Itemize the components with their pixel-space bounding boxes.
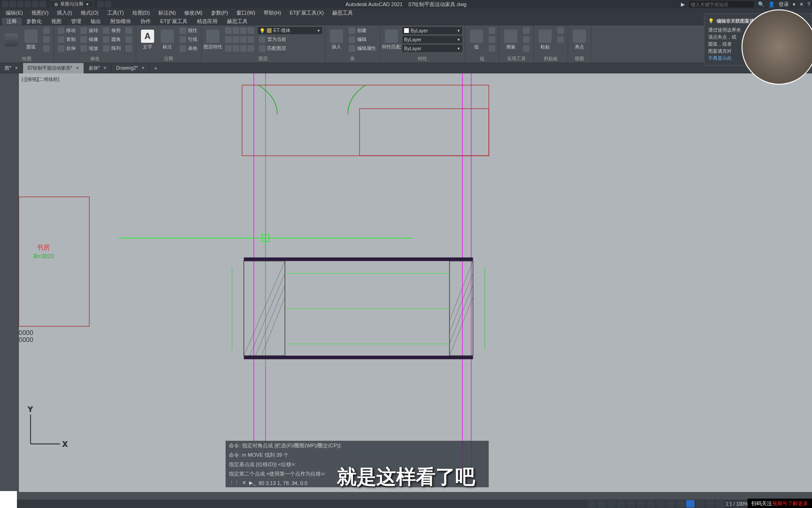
set-current-button[interactable]: 置为当前 [257,35,323,44]
menu-窗口[interactable]: 窗口(W) [233,9,259,16]
calc-button[interactable] [521,26,531,35]
menu-标注[interactable]: 标注(N) [155,9,180,16]
layer-props-button[interactable]: 图层特性 [203,26,222,54]
close-icon[interactable]: × [104,65,107,71]
help-icon[interactable]: ? [807,1,810,7]
anno-icon[interactable] [706,500,714,508]
ribbon-tab-8[interactable]: 精选应用 [192,18,222,25]
ribbon-tab-1[interactable]: 参数化 [22,18,47,25]
move-button[interactable]: 移动 [56,26,78,35]
copy-clip-button[interactable] [555,35,566,44]
menu-赫思工具[interactable]: 赫思工具 [328,9,357,16]
cut-button[interactable] [555,26,566,35]
menu-帮助[interactable]: 帮助(H) [260,9,285,16]
table-button[interactable]: 表格 [178,44,199,53]
layer-d-icon[interactable] [248,45,254,52]
ribbon-tab-5[interactable]: 附加模块 [106,18,136,25]
arc-button[interactable]: 圆弧 [22,26,40,54]
polar-icon[interactable] [627,500,635,508]
layer-b-icon[interactable] [233,45,239,52]
rotate-button[interactable]: 旋转 [78,26,100,35]
menu-编辑[interactable]: 编辑(E) [2,9,27,16]
linetype-dropdown[interactable]: ByLayer▼ [402,44,463,53]
qat-redo-icon[interactable] [39,1,46,8]
drawing-viewport[interactable]: [-][俯视][二维线框] 书房 B=3020 0000 0000 [19,73,812,492]
group-bbox-button[interactable] [487,44,497,53]
leader-button[interactable]: 引线 [178,35,199,44]
group-button[interactable]: 组 [467,26,486,54]
group-edit-button[interactable] [487,35,497,44]
edit-attr-button[interactable]: 编辑属性 [347,44,378,53]
scale-button[interactable]: 缩放 [78,44,100,53]
base-button[interactable]: 基点 [570,26,589,54]
match-layer-button[interactable]: 匹配图层 [257,44,323,53]
cycle-icon[interactable] [686,500,695,508]
linear-button[interactable]: 线性 [178,26,199,35]
explode-button[interactable] [124,35,134,44]
menu-视图[interactable]: 视图(V) [28,9,53,16]
layer-iso-icon[interactable] [225,36,232,43]
model-button[interactable] [587,500,596,508]
layer-lock-icon[interactable] [240,27,247,34]
ribbon-tab-2[interactable]: 视图 [47,18,66,25]
mirror-button[interactable]: 镜像 [78,35,100,44]
layer-freeze-icon[interactable] [233,27,239,34]
ribbon-tab-6[interactable]: 协作 [136,18,156,25]
layer-dropdown[interactable]: 💡 ET-墙体 ▼ [257,26,323,35]
cmd-handle-icon[interactable]: ⋮⋮ [229,480,239,486]
array-button[interactable]: 阵列 [101,44,123,53]
layer-walk-icon[interactable] [240,36,247,43]
file-tab[interactable]: 07绘制平面活动家具*× [23,63,84,73]
match-props-button[interactable]: 特性匹配 [382,26,401,54]
file-tab[interactable]: Drawing2*× [111,63,149,73]
search-input[interactable] [688,0,754,8]
zoom-label[interactable]: 1:1 / 100% [726,501,748,507]
offset-button[interactable] [124,44,134,53]
apps-icon[interactable]: ✕ [799,1,804,8]
osnap-icon[interactable] [637,500,645,508]
dim-button[interactable]: 标注 [158,26,177,54]
qat-new-icon[interactable] [2,1,8,8]
menu-修改[interactable]: 修改(M) [180,9,206,16]
copy-button[interactable]: 复制 [56,35,78,44]
erase-button[interactable] [124,26,134,35]
qat-open-icon[interactable] [17,1,23,8]
menu-et扩展工具[interactable]: ET扩展工具(X) [286,9,328,16]
close-icon[interactable]: × [76,65,79,71]
close-icon[interactable]: × [142,65,145,71]
login-label[interactable]: 登录 [779,1,789,8]
autoscale-icon[interactable] [716,500,724,508]
file-tab[interactable]: 新块*× [84,63,112,73]
select-button[interactable] [521,35,531,44]
paste-button[interactable]: 粘贴 [536,26,554,54]
create-block-button[interactable]: 创建 [347,26,378,35]
new-tab-button[interactable]: + [149,65,162,71]
count-button[interactable] [521,44,531,53]
layer-a-icon[interactable] [225,45,232,52]
layer-off-icon[interactable] [248,27,254,34]
menu-格式[interactable]: 格式(O) [77,9,102,16]
ribbon-tab-3[interactable]: 管理 [66,18,86,25]
cart-icon[interactable]: ▾ [793,1,796,8]
line-button[interactable] [2,26,21,54]
ungroup-button[interactable] [487,26,497,35]
qat-extra-icon[interactable] [105,1,111,8]
stretch-button[interactable]: 拉伸 [56,44,78,53]
ribbon-tab-0[interactable]: 注释 [2,18,22,25]
qat-print-icon[interactable] [24,1,31,8]
fillet-button[interactable]: 圆角 [101,35,123,44]
circle-button[interactable] [41,35,52,44]
insert-button[interactable]: 插入 [327,26,346,54]
layer-state-icon[interactable] [225,27,232,34]
snap-icon[interactable] [607,500,616,508]
transp-icon[interactable] [676,500,685,508]
ribbon-tab-7[interactable]: ET扩展工具 [156,18,192,25]
qat-undo-icon[interactable] [32,1,39,8]
close-icon[interactable]: × [15,65,18,71]
otrack-icon[interactable] [647,500,655,508]
search-icon[interactable]: 🔍 [758,1,765,8]
layer-uniso-icon[interactable] [233,36,239,43]
polyline-button[interactable] [41,26,52,35]
3dosnap-icon[interactable] [696,500,704,508]
cmd-close-icon[interactable]: ✕ [242,480,246,486]
